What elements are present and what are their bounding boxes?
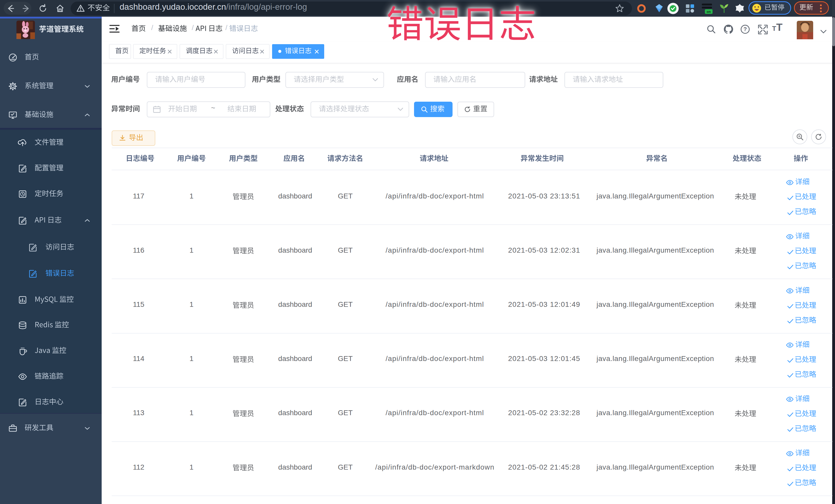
svg-text:?: ?: [744, 26, 747, 32]
svg-text:on: on: [707, 10, 711, 14]
